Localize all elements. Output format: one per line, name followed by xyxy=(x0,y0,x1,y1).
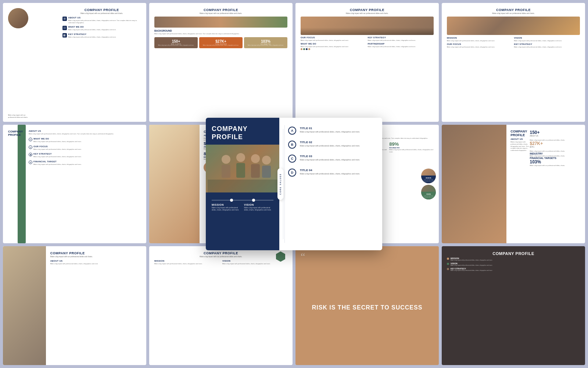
slide-3-dots xyxy=(301,48,434,50)
svg-rect-5 xyxy=(251,164,260,178)
featured-item-b-content: TITLE 02 Make a big impact with professi… xyxy=(300,141,376,147)
slide-bot1: COMPANY PROFILE Make a big impact with o… xyxy=(3,246,146,365)
featured-photo xyxy=(206,145,279,192)
featured-title: COMPANY PROFILE xyxy=(212,125,273,141)
slide-bot2: COMPANY PROFILE Make a big impact with o… xyxy=(149,246,293,365)
featured-item-d-content: TITLE 04 Make a big impact with professi… xyxy=(300,169,376,175)
slide-2-stat-1-desc: Make a big impact with professional slid… xyxy=(201,45,241,46)
featured-letter-c: C xyxy=(288,155,296,163)
slide-5-title: COMPANY PROFILE xyxy=(8,130,19,137)
slide-3: COMPANY PROFILE Make a big impact with o… xyxy=(295,3,439,122)
slide-1-whatwedo-content: WHAT WE DO Make a big impact with profes… xyxy=(68,26,116,31)
slide-5-item-2-content: KEY STRATEGY Make a big impact with prof… xyxy=(33,153,82,158)
slide-7-circle-1: VISION Make a big impact with profession… xyxy=(421,185,436,199)
slide-5-items: ⊡ WHAT WE DO Make a big impact with prof… xyxy=(29,138,141,165)
slide-2-img-banner xyxy=(154,17,287,28)
slide-3-img-block xyxy=(301,17,434,35)
slide-4-section-1: VISION Make a big impact with profession… xyxy=(514,37,580,42)
slide-7-circle-0: MISSION Make a big impact with professio… xyxy=(421,169,436,183)
featured-item-c-content: TITLE 03 Make a big impact with professi… xyxy=(300,155,376,161)
slide-3-dot-3 xyxy=(308,48,310,50)
featured-item-a: A TITLE 01 Make a big impact with profes… xyxy=(288,127,376,135)
featured-connector-line xyxy=(284,125,285,243)
featured-right-panel: A TITLE 01 Make a big impact with profes… xyxy=(279,118,382,250)
slide-2-stat-2-num: 103% xyxy=(245,39,286,43)
slide-8-img xyxy=(442,125,506,244)
featured-core-label: CORE VALUES xyxy=(279,173,282,195)
slide-5-item-2: ▣ KEY STRATEGY Make a big impact with pr… xyxy=(29,153,141,158)
slide-2-bg-label: BACKGROUND xyxy=(154,29,287,32)
slide-bot2-mission-text: Make a big impact with professional slid… xyxy=(154,263,219,265)
featured-item-a-content: TITLE 01 Make a big impact with professi… xyxy=(300,127,376,133)
slide-2-stat-0: 150+ NEW CLIENTS Make a big impact with … xyxy=(154,37,198,49)
slide-3-focus-grid: OUR FOCUS Make a big impact with profess… xyxy=(301,36,434,47)
slide-3-focus-3: PARTNERSHIP Make a big impact with profe… xyxy=(368,43,434,48)
slide-bot2-vision: VISION Make a big impact with profession… xyxy=(222,260,287,265)
slide-7-stat-1: 89% ROI ANALYSIS Make a big impact with … xyxy=(389,141,434,153)
featured-vision-item: VISION Make a big impact with profession… xyxy=(244,204,273,212)
slide-3-focus-2: WHAT WE DO Make a big impact with profes… xyxy=(301,43,367,48)
slide-8-about-text: Make a big impact with professional slid… xyxy=(510,141,531,151)
slide-5-right: ABOUT US Make a big impact with professi… xyxy=(29,130,141,168)
slide-1: Make a big impact with our professional … xyxy=(3,3,146,122)
slide-bot3: “ RISK IS THE SECRET TO SUCCESS xyxy=(295,246,439,365)
slide-5-item-3-content: FINANCIAL TARGET Make a big impact with … xyxy=(33,160,82,166)
slide-2-stats: 150+ NEW CLIENTS Make a big impact with … xyxy=(154,37,287,49)
slide-8-stat-0-num: 150+ xyxy=(530,130,580,135)
slide-2-stat-2: 103% ROI ANALYSIS Make a big impact with… xyxy=(244,37,287,49)
slide-8-about-label: ABOUT US xyxy=(510,138,531,140)
featured-vision-label: VISION xyxy=(244,204,273,206)
slide-bot4-item-2: KEY STRATEGY Make a big impact with prof… xyxy=(447,268,580,271)
slide-1-icon-strategy: ▦ xyxy=(62,33,67,38)
slide-bot4-items: MISSION Make a big impact with professio… xyxy=(447,257,580,271)
slide-1-section-2: ▦ KEY STRATEGY Make a big impact with pr… xyxy=(62,33,141,38)
slide-1-icon-whatwedo: ⊡ xyxy=(62,26,67,30)
slide-5-item-0: ⊡ WHAT WE DO Make a big impact with prof… xyxy=(29,138,141,143)
slide-2-subtitle: Make a big impact with our professional … xyxy=(154,13,287,14)
slide-3-focus-0: OUR FOCUS Make a big impact with profess… xyxy=(301,36,367,42)
featured-item-b-text: Make a big impact with professional slid… xyxy=(300,145,376,147)
slide-8-stat-0-label: ABOUT US xyxy=(530,135,580,137)
slide-5-icon-1: ◎ xyxy=(29,145,32,149)
slide-bot1-about-label: ABOUT US xyxy=(50,260,141,262)
slide-bot1-about-text: Make a big impact with professional slid… xyxy=(50,263,141,265)
featured-item-c: C TITLE 03 Make a big impact with profes… xyxy=(288,155,376,163)
slide-1-title: COMPANY PROFILE xyxy=(62,8,141,12)
slide-bot4-dot-1 xyxy=(447,263,449,265)
slide-bot1-img xyxy=(3,246,46,365)
slide-bot4-item-2-text: Make a big impact with professional slid… xyxy=(451,270,492,271)
slide-bot1-title: COMPANY PROFILE xyxy=(50,251,141,255)
featured-item-d: D TITLE 04 Make a big impact with profes… xyxy=(288,169,376,177)
featured-letter-d: D xyxy=(288,169,296,177)
slide-3-dot-2 xyxy=(306,48,308,50)
slide-1-right: COMPANY PROFILE Make a big impact with o… xyxy=(62,8,141,40)
slide-bot2-mv-row: MISSION Make a big impact with professio… xyxy=(154,260,287,265)
slide-8: COMPANY PROFILE ABOUT US Make a big impa… xyxy=(442,125,585,244)
slide-8-stat-3: FINANCIAL TARGETS 103% Make a big impact… xyxy=(530,157,580,167)
svg-point-2 xyxy=(236,153,245,162)
slide-7-stat-1-num: 89% xyxy=(389,141,434,147)
slide-bot1-content: COMPANY PROFILE Make a big impact with o… xyxy=(50,251,141,265)
slide-1-about-content: ABOUT US Make a big impact with professi… xyxy=(68,17,141,24)
slide-8-stat-1-num: $27K+ xyxy=(530,141,580,146)
featured-abcd-list: A TITLE 01 Make a big impact with profes… xyxy=(288,127,376,177)
slide-bot2-mission-label: MISSION xyxy=(154,260,219,262)
featured-slide: COMPANY PROFILE xyxy=(206,118,382,250)
svg-point-6 xyxy=(262,156,271,164)
slide-7-mission-text: Make a big impact with professional slid… xyxy=(422,179,435,182)
featured-letter-a: A xyxy=(288,127,296,135)
featured-item-b-title: TITLE 02 xyxy=(300,141,376,144)
slide-bot4-item-0-text: Make a big impact with professional slid… xyxy=(451,259,492,261)
slide-3-title: COMPANY PROFILE xyxy=(301,8,434,12)
slide-2-stat-0-num: 150+ xyxy=(156,39,196,43)
slide-3-focus-1: KEY STRATEGY Make a big impact with prof… xyxy=(368,36,434,42)
slide-4-section-2: OUR FOCUS Make a big impact with profess… xyxy=(447,43,513,48)
slide-bot2-title: COMPANY PROFILE xyxy=(154,251,287,255)
slide-bot3-risk-text: RISK IS THE SECRET TO SUCCESS xyxy=(305,297,430,318)
slide-bot4-dot-2 xyxy=(447,268,449,270)
slide-5-icon-2: ▣ xyxy=(29,153,32,156)
slide-bot2-vision-label: VISION xyxy=(222,260,287,262)
featured-mission-item: MISSION Make a big impact with professio… xyxy=(212,204,241,212)
slide-5-icon-3: ⊕ xyxy=(29,160,32,164)
slide-5-item-3: ⊕ FINANCIAL TARGET Make a big impact wit… xyxy=(29,160,141,166)
